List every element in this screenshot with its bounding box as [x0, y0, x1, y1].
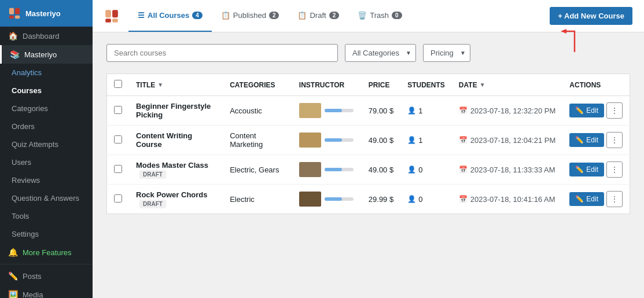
table-row: Beginner Fingerstyle Picking Accoustic 7… [107, 96, 630, 126]
more-actions-button[interactable]: ⋮ [606, 102, 623, 119]
sidebar-label-settings: Settings [12, 230, 39, 238]
more-actions-button[interactable]: ⋮ [606, 161, 623, 178]
sidebar-label-posts: Posts [23, 272, 42, 281]
sidebar-label-analytics: Analytics [12, 68, 42, 77]
cell-date: 📅 2023-07-18, 11:33:33 AM [452, 155, 562, 185]
th-categories: CATEGORIES [223, 74, 292, 96]
tab-label-trash: Trash [370, 11, 389, 20]
date-text: 2023-07-18, 10:41:16 AM [470, 195, 555, 204]
edit-icon: ✏️ [575, 136, 584, 144]
progress-bar [325, 197, 354, 201]
sidebar-label-more-features: More Features [23, 248, 72, 257]
tab-label-all-courses: All Courses [148, 11, 189, 20]
sidebar-label-categories: Categories [12, 104, 48, 113]
row-checkbox[interactable] [114, 106, 122, 114]
cell-instructor [292, 96, 362, 126]
sidebar-item-courses[interactable]: Courses [0, 82, 93, 100]
cell-categories: Electric [223, 185, 292, 214]
row-checkbox[interactable] [114, 194, 122, 203]
cell-categories: Electric, Gears [223, 155, 292, 185]
edit-button[interactable]: ✏️ Edit [569, 104, 604, 117]
cell-students: 👤 1 [400, 126, 452, 155]
thumbnail-icon [299, 192, 321, 207]
media-icon: 🖼️ [8, 290, 18, 298]
sidebar-item-categories[interactable]: Categories [0, 100, 93, 117]
sidebar-item-users[interactable]: Users [0, 153, 93, 171]
svg-rect-1 [15, 8, 20, 14]
th-title[interactable]: TITLE ▼ [129, 74, 223, 96]
date-text: 2023-07-18, 12:32:20 PM [470, 106, 555, 115]
ellipsis-icon: ⋮ [610, 135, 619, 145]
cell-date: 📅 2023-07-18, 12:32:20 PM [452, 96, 562, 126]
edit-button[interactable]: ✏️ Edit [569, 163, 604, 176]
row-checkbox[interactable] [114, 165, 122, 173]
progress-bar [325, 168, 354, 171]
edit-button[interactable]: ✏️ Edit [569, 192, 604, 206]
th-instructor: INSTRUCTOR [292, 74, 362, 96]
tab-trash[interactable]: 🗑️ Trash 0 [348, 0, 411, 32]
search-input[interactable] [106, 44, 338, 62]
cell-title: Modes Master Class DRAFT [129, 155, 223, 185]
ellipsis-icon: ⋮ [610, 165, 619, 174]
cell-title: Content Writing Course [129, 126, 223, 155]
logo-area [104, 9, 119, 24]
cell-categories: Content Marketing [223, 126, 292, 155]
sidebar-item-media[interactable]: 🖼️ Media [0, 285, 93, 298]
cell-actions: ✏️ Edit ⋮ [562, 126, 630, 155]
date-text: 2023-07-18, 12:04:21 PM [470, 136, 555, 145]
category-select[interactable]: All Categories [345, 44, 416, 62]
sidebar-item-settings[interactable]: Settings [0, 225, 93, 243]
tab-badge-published: 2 [269, 12, 279, 19]
edit-button[interactable]: ✏️ Edit [569, 133, 604, 147]
sidebar-item-orders[interactable]: Orders [0, 117, 93, 135]
more-actions-button[interactable]: ⋮ [606, 191, 623, 207]
sidebar-brand[interactable]: Masteriyo [0, 0, 93, 27]
tab-published[interactable]: 📋 Published 2 [212, 0, 289, 32]
draft-badge: DRAFT [139, 200, 166, 208]
students-icon: 👤 [407, 106, 416, 115]
tab-icon-draft: 📋 [297, 11, 307, 20]
sidebar-item-question-answers[interactable]: Question & Answers [0, 189, 93, 207]
students-icon: 👤 [407, 195, 416, 203]
sidebar-item-analytics[interactable]: Analytics [0, 64, 93, 82]
tab-label-published: Published [233, 11, 266, 20]
sidebar-item-reviews[interactable]: Reviews [0, 171, 93, 189]
select-all-checkbox[interactable] [114, 80, 122, 88]
row-checkbox[interactable] [114, 135, 122, 144]
sidebar-item-quiz-attempts[interactable]: Quiz Attempts [0, 135, 93, 153]
masteriyo-icon: 📚 [10, 50, 20, 59]
dashboard-icon: 🏠 [8, 31, 18, 41]
edit-icon: ✏️ [575, 165, 584, 174]
students-count: 1 [418, 106, 422, 115]
more-actions-button[interactable]: ⋮ [606, 132, 623, 148]
th-date[interactable]: DATE ▼ [452, 74, 562, 96]
sidebar-item-dashboard[interactable]: 🏠 Dashboard [0, 27, 93, 45]
sidebar-item-masteriyo[interactable]: 📚 Masteriyo [0, 45, 93, 64]
edit-label: Edit [586, 195, 598, 203]
add-new-course-button[interactable]: + Add New Course [550, 7, 632, 25]
tab-icon-all: ☰ [138, 11, 145, 20]
tab-badge-all-courses: 4 [192, 12, 203, 19]
sidebar-item-tools[interactable]: Tools [0, 207, 93, 225]
sidebar-item-more-features[interactable]: 🔔 More Features [0, 243, 93, 262]
sidebar-label-tools: Tools [12, 212, 29, 220]
students-count: 0 [418, 165, 422, 174]
bell-icon: 🔔 [8, 248, 18, 257]
sidebar-label-quiz-attempts: Quiz Attempts [12, 140, 58, 149]
category-filter-wrapper: All Categories ▼ [345, 44, 416, 62]
sidebar-item-posts[interactable]: ✏️ Posts [0, 267, 93, 285]
cell-price: 49.00 $ [362, 126, 400, 155]
masteriyo-logo-icon [8, 7, 21, 20]
tab-all-courses[interactable]: ☰ All Courses 4 [128, 0, 212, 32]
course-title-text: Modes Master Class [136, 161, 208, 170]
app-logo-icon [104, 9, 119, 24]
svg-rect-7 [112, 19, 118, 23]
cell-categories: Accoustic [223, 96, 292, 126]
pricing-filter-wrapper: Pricing ▼ [423, 44, 470, 62]
tab-draft[interactable]: 📋 Draft 2 [288, 0, 348, 32]
thumbnail-icon [299, 133, 321, 148]
students-count: 0 [418, 195, 422, 204]
pricing-select[interactable]: Pricing [423, 44, 470, 62]
calendar-icon: 📅 [459, 195, 468, 203]
table-row: Content Writing Course Content Marketing… [107, 126, 630, 155]
